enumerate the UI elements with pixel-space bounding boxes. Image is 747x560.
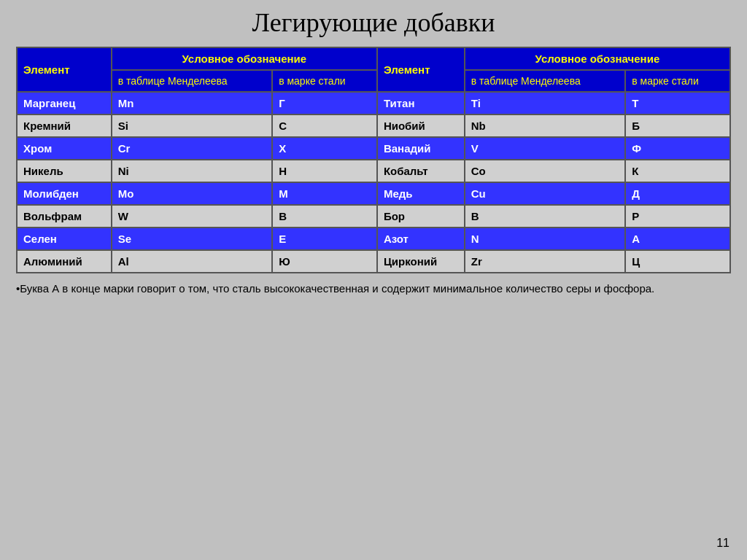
col-element1: Элемент — [17, 47, 112, 92]
table-row: СеленSeЕАзотNА — [17, 228, 730, 250]
col-uslovnoe1: Условное обозначение — [112, 47, 377, 70]
table-row: КремнийSiСНиобийNbБ — [17, 114, 730, 137]
table-row: АлюминийAlЮЦирконийZrЦ — [17, 250, 730, 273]
footnote: •Буква А в конце марки говорит о том, чт… — [16, 281, 731, 298]
table-row: НикельNiНКобальтCoК — [17, 160, 730, 182]
alloying-table: Элемент Условное обозначение Элемент Усл… — [16, 47, 731, 273]
page-number: 11 — [716, 537, 729, 550]
col-element2: Элемент — [377, 47, 465, 92]
col-mark2: в марке стали — [625, 70, 730, 92]
table-row: ВольфрамWВБорВР — [17, 205, 730, 228]
col-uslovnoe2: Условное обозначение — [465, 47, 730, 70]
table-row: ХромCrХВанадийVФ — [17, 137, 730, 160]
table-row: МолибденMoММедьCuД — [17, 182, 730, 205]
table-header-top: Элемент Условное обозначение Элемент Усл… — [17, 47, 730, 70]
table-header-sub: в таблице Менделеева в марке стали в таб… — [17, 70, 730, 92]
page-title: Легирующие добавки — [252, 7, 495, 38]
table-row: МарганецMnГТитанTiТ — [17, 92, 730, 114]
col-mark1: в марке стали — [272, 70, 377, 92]
col-mendeleev2: в таблице Менделеева — [465, 70, 625, 92]
col-mendeleev1: в таблице Менделеева — [112, 70, 272, 92]
